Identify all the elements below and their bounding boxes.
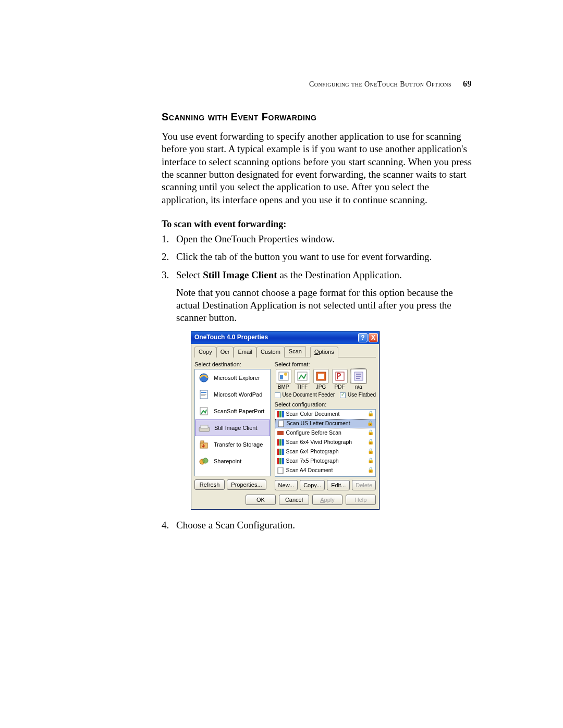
config-buttons: New... Copy... Edit... Delete (275, 480, 376, 490)
tab-email[interactable]: Email (234, 347, 256, 357)
lock-icon: 🔒 (368, 429, 374, 436)
storage-icon (197, 438, 211, 451)
tab-custom[interactable]: Custom (256, 347, 285, 357)
lock-icon: 🔒 (368, 467, 374, 474)
config-item-label: Scan 6x4 Photograph (286, 448, 339, 455)
lock-icon: 🔒 (368, 448, 374, 455)
config-item-label: Scan 6x4 Vivid Photograph (286, 439, 352, 446)
svg-rect-25 (282, 411, 284, 417)
use-document-feeder-label: Use Document Feeder (283, 392, 338, 399)
destination-list[interactable]: Microsoft Explorer Microsoft WordPad (194, 369, 271, 476)
config-item[interactable]: Scan 7x5 Photograph🔒 (275, 456, 375, 466)
destination-item-scansoft-paperport[interactable]: ScanSoft PaperPort (195, 403, 270, 419)
format-jpg[interactable]: JPG (312, 369, 330, 391)
properties-button[interactable]: Properties... (227, 479, 266, 490)
svg-rect-9 (201, 441, 204, 443)
config-list[interactable]: Scan Color Document🔒 Scan US Letter Docu… (275, 409, 376, 477)
svg-rect-8 (200, 443, 207, 448)
config-item[interactable]: Scan US Letter Document🔒 (275, 419, 375, 428)
lock-icon: 🔒 (368, 411, 374, 417)
destination-item-label: Still Image Client (214, 424, 258, 431)
config-item-label: Scan US Letter Document (287, 420, 350, 427)
na-icon (351, 369, 366, 384)
ok-button[interactable]: OK (246, 495, 276, 505)
feeder-flatbed-row: Use Document Feeder ✓ Use Flatbed (275, 392, 376, 399)
svg-rect-23 (277, 411, 279, 417)
destination-item-microsoft-wordpad[interactable]: Microsoft WordPad (195, 386, 270, 403)
bw-page-icon (277, 467, 284, 474)
config-item[interactable]: Scan A4 Document🔒 (275, 466, 375, 475)
copy-button[interactable]: Copy... (300, 480, 325, 490)
svg-rect-32 (279, 449, 282, 455)
svg-rect-26 (278, 421, 284, 427)
section-title: Scanning with Event Forwarding (162, 111, 472, 123)
format-bmp[interactable]: BMP (275, 369, 292, 391)
config-item[interactable]: Configure Before Scan🔒 (275, 428, 375, 438)
steps-list: 1.Open the OneTouch Properties window. 2… (162, 233, 472, 532)
config-item[interactable]: Scan Color Document🔒 (275, 410, 375, 419)
cancel-button[interactable]: Cancel (279, 495, 309, 505)
delete-button[interactable]: Delete (352, 480, 376, 490)
step-text: Open the OneTouch Properties window. (176, 233, 335, 244)
config-label: Select configuration: (275, 401, 376, 408)
destination-item-transfer-to-storage[interactable]: Transfer to Storage (195, 436, 270, 453)
svg-rect-4 (201, 396, 205, 396)
config-item-label: Scan 7x5 Photograph (286, 458, 339, 464)
right-pane: Select format: BMP TIFF (275, 361, 376, 490)
section-paragraph: You use event forwarding to specify anot… (162, 130, 472, 206)
titlebar-help-button[interactable]: ? (358, 333, 368, 342)
step-num: 2. (162, 251, 169, 263)
lock-icon: 🔒 (368, 458, 374, 464)
format-na[interactable]: n/a (350, 369, 368, 391)
apply-rest: pply (324, 497, 335, 503)
format-pdf[interactable]: PDF (331, 369, 349, 391)
destination-item-label: Microsoft WordPad (214, 391, 262, 398)
dialog-bottom-buttons: OK Cancel Apply Help (194, 495, 376, 505)
running-head-text: Configuring the OneTouch Button Options (309, 80, 451, 88)
destination-item-microsoft-explorer[interactable]: Microsoft Explorer (195, 369, 270, 386)
destination-item-sharepoint[interactable]: Sharepoint (195, 453, 270, 470)
titlebar-text: OneTouch 4.0 Properties (194, 334, 268, 341)
destination-item-label: Sharepoint (214, 458, 241, 465)
color-icon (277, 449, 284, 455)
destination-item-still-image-client[interactable]: Still Image Client (195, 419, 270, 436)
gear-icon (277, 430, 284, 436)
step-1: 1.Open the OneTouch Properties window. (162, 233, 472, 245)
step-text-part: as the Destination Application. (277, 269, 402, 280)
onetouch-properties-dialog: OneTouch 4.0 Properties ? X Copy Ocr Ema… (191, 331, 380, 510)
use-flatbed-label: Use Flatbed (348, 392, 376, 399)
step-3: 3. Select Still Image Client as the Dest… (162, 269, 472, 510)
svg-rect-3 (201, 394, 206, 394)
tab-ocr[interactable]: Ocr (216, 347, 234, 357)
new-button[interactable]: New... (275, 480, 298, 490)
tab-options[interactable]: Options (310, 347, 338, 357)
svg-rect-36 (282, 458, 284, 464)
use-document-feeder-checkbox[interactable] (275, 392, 280, 398)
help-button[interactable]: Help (346, 495, 376, 505)
use-flatbed-checkbox[interactable]: ✓ (340, 392, 346, 398)
step-2: 2.Click the tab of the button you want t… (162, 251, 472, 263)
dialog-screenshot: OneTouch 4.0 Properties ? X Copy Ocr Ema… (191, 331, 472, 510)
config-item-label: Scan Color Document (286, 411, 340, 417)
titlebar-close-button[interactable]: X (369, 333, 378, 342)
format-label: Select format: (275, 361, 376, 368)
scanner-icon (198, 422, 211, 434)
running-head: Configuring the OneTouch Button Options … (309, 79, 472, 89)
apply-u: A (320, 497, 324, 503)
titlebar[interactable]: OneTouch 4.0 Properties ? X (191, 331, 379, 344)
svg-rect-31 (277, 449, 279, 455)
format-tiff[interactable]: TIFF (293, 369, 311, 391)
edit-button[interactable]: Edit... (327, 480, 350, 490)
svg-rect-27 (277, 431, 284, 435)
tiff-icon (295, 369, 310, 384)
tab-scan[interactable]: Scan (285, 346, 306, 357)
step-text-bold: Still Image Client (203, 269, 277, 280)
svg-rect-29 (279, 439, 282, 446)
config-item[interactable]: Scan 6x4 Vivid Photograph🔒 (275, 438, 375, 447)
config-item-label: Configure Before Scan (286, 429, 341, 436)
format-label-text: n/a (350, 384, 368, 391)
apply-button[interactable]: Apply (312, 495, 342, 505)
refresh-button[interactable]: Refresh (194, 479, 225, 490)
tab-copy[interactable]: Copy (194, 347, 216, 357)
config-item[interactable]: Scan 6x4 Photograph🔒 (275, 447, 375, 456)
